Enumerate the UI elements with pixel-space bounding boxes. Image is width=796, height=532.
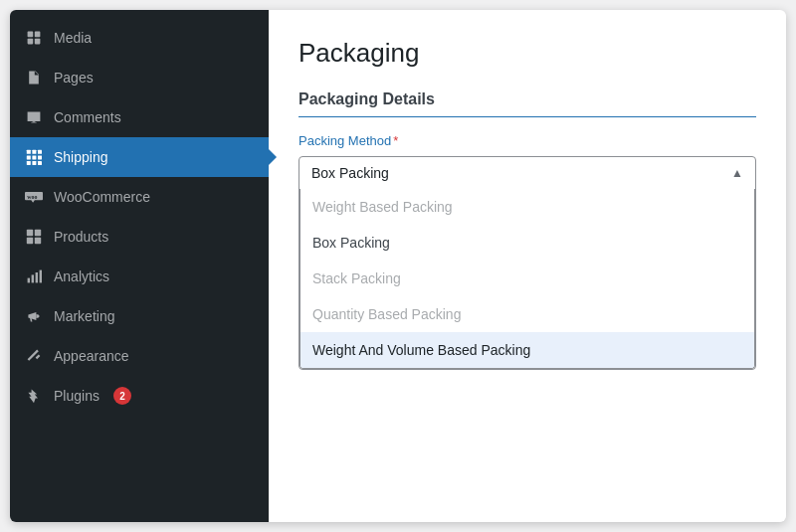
svg-rect-2 [28, 39, 34, 45]
svg-rect-14 [38, 161, 42, 165]
plugins-icon [24, 386, 44, 406]
sidebar-item-label-plugins: Plugins [54, 388, 100, 404]
svg-rect-23 [40, 270, 42, 283]
svg-rect-17 [35, 230, 41, 236]
sidebar-item-wrapper-woocommerce: woo WooCommerce [10, 177, 269, 217]
sidebar-item-label-media: Media [54, 30, 92, 46]
svg-rect-12 [27, 161, 31, 165]
section-title: Packaging Details [298, 90, 756, 117]
sidebar-item-comments[interactable]: Comments [10, 97, 269, 137]
marketing-icon [24, 306, 44, 326]
sidebar-item-woocommerce[interactable]: woo WooCommerce [10, 177, 269, 217]
app-container: Media Pages Comments [10, 10, 786, 522]
sidebar-item-wrapper-pages: Pages [10, 58, 269, 97]
sidebar-item-label-analytics: Analytics [54, 268, 109, 284]
sidebar-item-shipping[interactable]: Shipping [10, 137, 269, 177]
sidebar-item-wrapper-appearance: Appearance [10, 336, 269, 376]
svg-rect-19 [35, 238, 41, 244]
sidebar-item-products[interactable]: Products [10, 217, 269, 257]
sidebar-item-plugins[interactable]: Plugins 2 [10, 376, 269, 416]
analytics-icon [24, 266, 44, 286]
sidebar-item-label-products: Products [54, 229, 108, 245]
packing-method-select[interactable]: Box Packing ▲ Weight Based Packing Box P… [298, 156, 756, 370]
sidebar-item-marketing[interactable]: Marketing [10, 296, 269, 336]
svg-rect-1 [35, 32, 41, 38]
svg-rect-16 [27, 230, 33, 236]
media-icon [24, 28, 44, 48]
sidebar-item-wrapper-comments: Comments [10, 97, 269, 137]
main-content: Packaging Packaging Details Packing Meth… [269, 10, 786, 522]
sidebar-item-label-shipping: Shipping [54, 149, 108, 165]
svg-rect-22 [36, 272, 38, 282]
shipping-icon [24, 147, 44, 167]
chevron-up-icon: ▲ [731, 166, 743, 180]
sidebar-item-label-pages: Pages [54, 70, 94, 86]
svg-rect-21 [32, 274, 34, 282]
sidebar-item-wrapper-shipping: Shipping [10, 137, 269, 177]
option-stack-packing[interactable]: Stack Packing [300, 261, 754, 296]
pages-icon [24, 68, 44, 88]
sidebar-item-media[interactable]: Media [10, 18, 269, 58]
sidebar-item-label-comments: Comments [54, 109, 121, 125]
sidebar-item-label-woo: WooCommerce [54, 189, 150, 205]
svg-rect-20 [28, 278, 30, 283]
sidebar-item-analytics[interactable]: Analytics [10, 257, 269, 296]
select-header[interactable]: Box Packing ▲ [299, 157, 755, 189]
sidebar-item-appearance[interactable]: Appearance [10, 336, 269, 376]
sidebar-item-wrapper-marketing: Marketing [10, 296, 269, 336]
option-quantity-based[interactable]: Quantity Based Packing [300, 296, 754, 332]
appearance-icon [24, 346, 44, 366]
sidebar-item-label-marketing: Marketing [54, 308, 114, 324]
sidebar-item-label-appearance: Appearance [54, 348, 129, 364]
svg-rect-8 [38, 150, 42, 154]
svg-rect-13 [32, 161, 36, 165]
svg-rect-18 [27, 238, 33, 244]
woo-icon: woo [24, 187, 44, 207]
sidebar-item-wrapper-plugins: Plugins 2 [10, 376, 269, 416]
sidebar: Media Pages Comments [10, 10, 269, 522]
select-value: Box Packing [311, 165, 389, 181]
page-title: Packaging [298, 38, 756, 69]
svg-rect-3 [35, 39, 41, 45]
option-box-packing[interactable]: Box Packing [300, 225, 754, 261]
svg-rect-6 [27, 150, 31, 154]
svg-rect-7 [32, 150, 36, 154]
svg-text:woo: woo [27, 194, 37, 200]
sidebar-item-pages[interactable]: Pages [10, 58, 269, 97]
field-label: Packing Method* [298, 133, 756, 148]
svg-rect-11 [38, 155, 42, 159]
svg-rect-10 [32, 155, 36, 159]
sidebar-item-wrapper-media: Media [10, 18, 269, 58]
svg-rect-0 [28, 32, 34, 38]
svg-rect-9 [27, 155, 31, 159]
sidebar-item-wrapper-analytics: Analytics [10, 257, 269, 296]
required-marker: * [393, 133, 398, 148]
option-weight-volume[interactable]: Weight And Volume Based Packing [300, 332, 754, 368]
option-weight-based[interactable]: Weight Based Packing [300, 189, 754, 225]
dropdown-options: Weight Based Packing Box Packing Stack P… [299, 189, 755, 369]
comments-icon [24, 107, 44, 127]
products-icon [24, 227, 44, 247]
sidebar-item-wrapper-products: Products [10, 217, 269, 257]
plugins-badge: 2 [113, 387, 131, 405]
